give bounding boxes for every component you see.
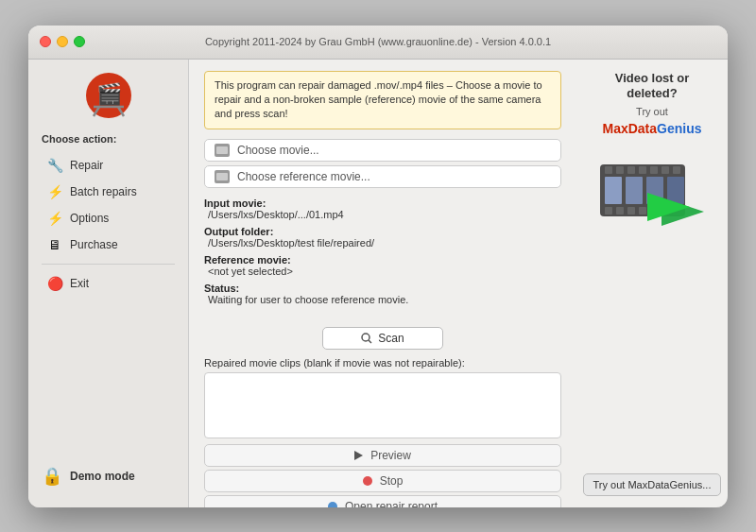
demo-mode-label: Demo mode: [70, 470, 135, 483]
repaired-label: Repaired movie clips (blank if movie was…: [204, 357, 561, 369]
svg-rect-6: [216, 146, 228, 154]
reference-file-icon: [215, 170, 230, 183]
choose-reference-label: Choose reference movie...: [237, 170, 370, 183]
titlebar: Copyright 2011-2024 by Grau GmbH (www.gr…: [28, 26, 728, 60]
svg-rect-21: [627, 207, 635, 215]
sidebar-item-purchase-label: Purchase: [70, 238, 118, 251]
status-label-area: Status: Waiting for user to choose refer…: [204, 283, 561, 308]
input-value: /Users/lxs/Desktop/.../01.mp4: [208, 209, 561, 220]
choose-reference-button[interactable]: Choose reference movie...: [204, 165, 561, 188]
sidebar-item-batch[interactable]: ⚡ Batch repairs: [34, 180, 182, 204]
stop-label: Stop: [380, 474, 404, 488]
content-area: 🎬 Choose action: 🔧 Repair ⚡ Batch repair…: [28, 60, 728, 507]
exit-icon: 🔴: [47, 276, 62, 291]
file-buttons-area: Choose movie... Choose reference movie..…: [204, 139, 561, 188]
preview-label: Preview: [370, 449, 411, 462]
info-section: Input movie: /Users/lxs/Desktop/.../01.m…: [204, 197, 561, 308]
sidebar-item-exit-label: Exit: [70, 277, 89, 290]
svg-rect-19: [605, 207, 612, 215]
output-value: /Users/lxs/Desktop/test file/repaired/: [208, 237, 561, 249]
svg-rect-20: [616, 207, 624, 215]
repair-icon: 🔧: [47, 158, 62, 173]
scan-button[interactable]: Scan: [322, 327, 442, 350]
svg-rect-29: [667, 177, 684, 204]
try-maxdatagenius-button[interactable]: Try out MaxDataGenius...: [583, 473, 722, 496]
minimize-button[interactable]: [57, 36, 68, 47]
status-value: Waiting for user to choose reference mov…: [208, 294, 561, 305]
svg-rect-16: [650, 166, 658, 174]
choose-movie-label: Choose movie...: [237, 144, 319, 157]
batch-icon: ⚡: [47, 184, 62, 199]
svg-rect-12: [605, 166, 612, 174]
film-graphic: [595, 146, 709, 231]
output-label-area: Output folder: /Users/lxs/Desktop/test f…: [204, 226, 561, 251]
logo-icon: 🎬: [84, 71, 133, 120]
play-icon: [354, 451, 363, 460]
sidebar: 🎬 Choose action: 🔧 Repair ⚡ Batch repair…: [28, 60, 189, 507]
info-icon: [328, 502, 337, 507]
repair-report-button[interactable]: Open repair report: [204, 495, 561, 507]
svg-rect-17: [662, 166, 669, 174]
top-notice: This program can repair damaged .mov/.mp…: [204, 71, 561, 129]
search-icon: [361, 333, 372, 344]
action-buttons: Preview Stop Open repair report: [204, 444, 561, 507]
sidebar-item-repair[interactable]: 🔧 Repair: [34, 153, 182, 178]
reference-label-area: Reference movie: <not yet selected>: [204, 254, 561, 280]
svg-rect-8: [216, 173, 228, 180]
input-label: Input movie: /Users/lxs/Desktop/.../01.m…: [204, 197, 561, 223]
svg-rect-14: [627, 166, 635, 174]
svg-rect-22: [639, 207, 646, 215]
stop-icon: [363, 476, 372, 486]
movie-file-icon: [215, 144, 230, 157]
options-icon: ⚡: [47, 211, 62, 226]
svg-rect-26: [605, 177, 622, 204]
sidebar-item-purchase[interactable]: 🖥 Purchase: [34, 232, 182, 257]
lock-icon: 🔒: [42, 466, 62, 487]
ad-box: Video lost or deleted? Try out MaxDataGe…: [595, 71, 709, 237]
svg-text:🎬: 🎬: [95, 81, 122, 107]
scan-label: Scan: [378, 332, 404, 345]
sidebar-divider: [42, 264, 175, 265]
maximize-button[interactable]: [74, 36, 85, 47]
stop-button[interactable]: Stop: [204, 470, 561, 492]
sidebar-item-options-label: Options: [70, 212, 109, 225]
scan-row: Scan: [204, 327, 561, 350]
svg-rect-27: [626, 177, 643, 204]
choose-movie-button[interactable]: Choose movie...: [204, 139, 561, 162]
svg-line-10: [369, 340, 371, 343]
reference-value: <not yet selected>: [208, 266, 561, 277]
ad-try-text: Try out: [636, 106, 668, 117]
right-panel: Video lost or deleted? Try out MaxDataGe…: [576, 60, 728, 507]
svg-rect-15: [639, 166, 646, 174]
close-button[interactable]: [40, 36, 51, 47]
svg-rect-18: [673, 166, 680, 174]
preview-button[interactable]: Preview: [204, 444, 561, 467]
film-reel-svg: [595, 146, 709, 231]
repair-report-label: Open repair report: [345, 500, 438, 507]
demo-mode-area: 🔒 Demo mode: [28, 456, 188, 496]
app-logo: 🎬: [28, 71, 188, 120]
sidebar-item-batch-label: Batch repairs: [70, 185, 137, 198]
sidebar-item-exit[interactable]: 🔴 Exit: [34, 271, 182, 296]
svg-rect-13: [616, 166, 624, 174]
repaired-clips-box: [204, 372, 561, 438]
choose-action-label: Choose action:: [28, 129, 188, 152]
sidebar-item-repair-label: Repair: [70, 159, 103, 172]
ad-line1: Video lost or deleted?: [615, 71, 690, 103]
main-content: This program can repair damaged .mov/.mp…: [189, 60, 576, 507]
sidebar-item-options[interactable]: ⚡ Options: [34, 206, 182, 231]
svg-point-9: [362, 334, 369, 341]
ad-brand: MaxDataGenius: [602, 121, 701, 136]
traffic-lights: [40, 36, 85, 47]
window-title: Copyright 2011-2024 by Grau GmbH (www.gr…: [205, 36, 551, 47]
main-window: Copyright 2011-2024 by Grau GmbH (www.gr…: [28, 26, 728, 507]
purchase-icon: 🖥: [47, 237, 62, 252]
